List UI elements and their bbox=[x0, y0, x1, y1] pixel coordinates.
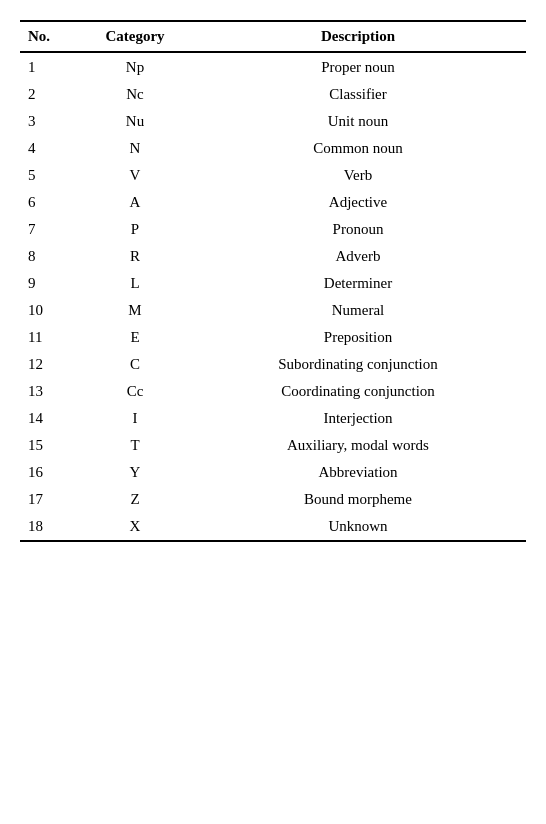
cell-no: 15 bbox=[20, 432, 80, 459]
cell-no: 3 bbox=[20, 108, 80, 135]
table-row: 17ZBound morpheme bbox=[20, 486, 526, 513]
table-header-row: No. Category Description bbox=[20, 21, 526, 52]
cell-no: 7 bbox=[20, 216, 80, 243]
cell-category: Nu bbox=[80, 108, 190, 135]
table-row: 9LDeterminer bbox=[20, 270, 526, 297]
cell-description: Pronoun bbox=[190, 216, 526, 243]
cell-no: 9 bbox=[20, 270, 80, 297]
table-row: 18XUnknown bbox=[20, 513, 526, 541]
cell-no: 10 bbox=[20, 297, 80, 324]
cell-description: Adverb bbox=[190, 243, 526, 270]
cell-category: V bbox=[80, 162, 190, 189]
cell-category: P bbox=[80, 216, 190, 243]
cell-no: 5 bbox=[20, 162, 80, 189]
cell-no: 17 bbox=[20, 486, 80, 513]
cell-description: Interjection bbox=[190, 405, 526, 432]
cell-no: 11 bbox=[20, 324, 80, 351]
category-table: No. Category Description 1NpProper noun2… bbox=[20, 20, 526, 542]
table-row: 2NcClassifier bbox=[20, 81, 526, 108]
table-row: 3NuUnit noun bbox=[20, 108, 526, 135]
header-category: Category bbox=[80, 21, 190, 52]
cell-category: C bbox=[80, 351, 190, 378]
table-row: 13CcCoordinating conjunction bbox=[20, 378, 526, 405]
cell-description: Preposition bbox=[190, 324, 526, 351]
cell-category: N bbox=[80, 135, 190, 162]
cell-no: 16 bbox=[20, 459, 80, 486]
table-row: 11EPreposition bbox=[20, 324, 526, 351]
cell-category: Nc bbox=[80, 81, 190, 108]
cell-category: Np bbox=[80, 52, 190, 81]
table-row: 14IInterjection bbox=[20, 405, 526, 432]
cell-description: Proper noun bbox=[190, 52, 526, 81]
table-row: 7PPronoun bbox=[20, 216, 526, 243]
table-row: 12CSubordinating conjunction bbox=[20, 351, 526, 378]
cell-description: Determiner bbox=[190, 270, 526, 297]
cell-description: Subordinating conjunction bbox=[190, 351, 526, 378]
cell-category: A bbox=[80, 189, 190, 216]
cell-no: 2 bbox=[20, 81, 80, 108]
table-container: No. Category Description 1NpProper noun2… bbox=[20, 20, 526, 542]
header-description: Description bbox=[190, 21, 526, 52]
table-row: 16YAbbreviation bbox=[20, 459, 526, 486]
cell-description: Common noun bbox=[190, 135, 526, 162]
header-no: No. bbox=[20, 21, 80, 52]
table-row: 1NpProper noun bbox=[20, 52, 526, 81]
cell-no: 13 bbox=[20, 378, 80, 405]
cell-description: Numeral bbox=[190, 297, 526, 324]
cell-category: I bbox=[80, 405, 190, 432]
cell-category: X bbox=[80, 513, 190, 541]
cell-description: Verb bbox=[190, 162, 526, 189]
cell-description: Classifier bbox=[190, 81, 526, 108]
cell-no: 8 bbox=[20, 243, 80, 270]
table-row: 4NCommon noun bbox=[20, 135, 526, 162]
cell-description: Auxiliary, modal words bbox=[190, 432, 526, 459]
cell-description: Adjective bbox=[190, 189, 526, 216]
cell-description: Bound morpheme bbox=[190, 486, 526, 513]
cell-category: E bbox=[80, 324, 190, 351]
cell-no: 18 bbox=[20, 513, 80, 541]
cell-description: Unit noun bbox=[190, 108, 526, 135]
cell-category: T bbox=[80, 432, 190, 459]
table-row: 8RAdverb bbox=[20, 243, 526, 270]
table-row: 10MNumeral bbox=[20, 297, 526, 324]
cell-no: 6 bbox=[20, 189, 80, 216]
cell-category: Cc bbox=[80, 378, 190, 405]
cell-category: Y bbox=[80, 459, 190, 486]
cell-category: M bbox=[80, 297, 190, 324]
cell-no: 4 bbox=[20, 135, 80, 162]
cell-no: 14 bbox=[20, 405, 80, 432]
cell-category: Z bbox=[80, 486, 190, 513]
cell-category: R bbox=[80, 243, 190, 270]
cell-description: Coordinating conjunction bbox=[190, 378, 526, 405]
cell-no: 1 bbox=[20, 52, 80, 81]
cell-no: 12 bbox=[20, 351, 80, 378]
table-row: 5VVerb bbox=[20, 162, 526, 189]
cell-description: Unknown bbox=[190, 513, 526, 541]
cell-description: Abbreviation bbox=[190, 459, 526, 486]
cell-category: L bbox=[80, 270, 190, 297]
table-row: 6AAdjective bbox=[20, 189, 526, 216]
table-row: 15TAuxiliary, modal words bbox=[20, 432, 526, 459]
